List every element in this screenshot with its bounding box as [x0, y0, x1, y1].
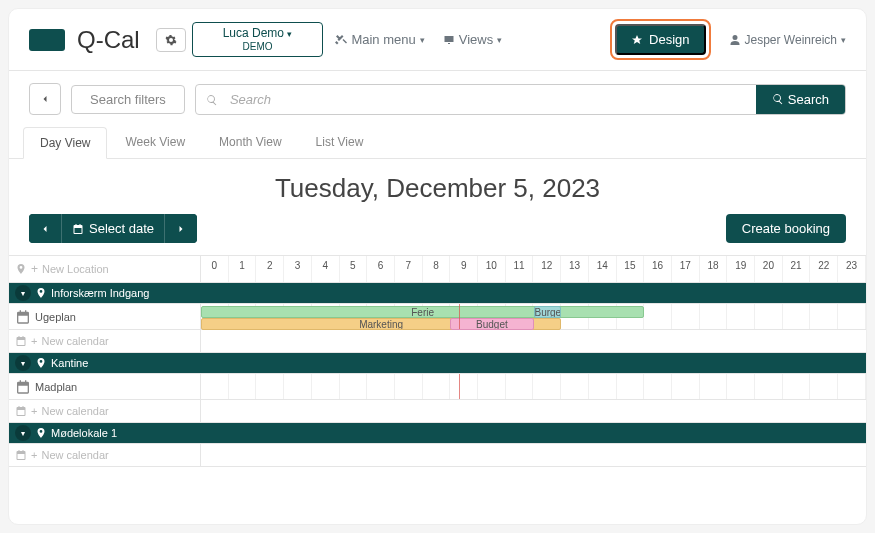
hour-cell: 3	[284, 256, 312, 282]
calendar-grid: + New Location 0123456789101112131415161…	[9, 255, 866, 467]
collapse-icon: ▾	[15, 355, 31, 371]
logo-text: Q-Cal	[77, 26, 140, 54]
hour-cell: 18	[700, 256, 728, 282]
collapse-icon: ▾	[15, 285, 31, 301]
search-bar: Search filters Search	[9, 71, 866, 127]
design-button[interactable]: Design	[615, 24, 705, 55]
hour-cell: 4	[312, 256, 340, 282]
design-icon	[631, 34, 643, 46]
calendar-track[interactable]: FerieMarketingBurgerBudget	[201, 304, 866, 329]
select-date-button[interactable]: Select date	[62, 214, 165, 243]
hour-cell: 19	[727, 256, 755, 282]
search-icon	[772, 93, 784, 105]
chevron-right-icon	[175, 223, 187, 235]
create-booking-button[interactable]: Create booking	[726, 214, 846, 243]
new-calendar-row[interactable]: + New calendar	[9, 400, 866, 423]
tab-week[interactable]: Week View	[109, 127, 201, 158]
caret-down-icon: ▾	[497, 35, 502, 45]
monitor-icon	[443, 34, 455, 46]
tab-day[interactable]: Day View	[23, 127, 107, 159]
pin-icon	[35, 287, 47, 299]
calendar-track[interactable]	[201, 374, 866, 399]
location-group-header[interactable]: ▾ Inforskærm Indgang	[9, 283, 866, 304]
group-name: Inforskærm Indgang	[51, 287, 149, 299]
calendar-icon	[15, 335, 27, 347]
main-menu-dropdown[interactable]: Main menu ▾	[329, 28, 430, 51]
hour-cell: 15	[617, 256, 645, 282]
gear-icon	[165, 34, 177, 46]
calendar-event[interactable]: Budget	[450, 318, 533, 330]
settings-button[interactable]	[156, 28, 186, 52]
calendar-event[interactable]: Ferie	[201, 306, 644, 318]
user-icon	[729, 34, 741, 46]
search-wrap: Search	[195, 84, 846, 115]
caret-down-icon: ▾	[841, 35, 846, 45]
views-dropdown[interactable]: Views ▾	[437, 28, 508, 51]
calendar-icon	[15, 405, 27, 417]
hour-cell: 16	[644, 256, 672, 282]
group-name: Kantine	[51, 357, 88, 369]
calendar-event[interactable]: Burger	[534, 306, 562, 318]
search-filters-button[interactable]: Search filters	[71, 85, 185, 114]
prev-day-button[interactable]	[29, 214, 62, 243]
hour-cell: 13	[561, 256, 589, 282]
caret-down-icon: ▾	[287, 29, 292, 39]
org-selector[interactable]: Luca Demo ▾ DEMO	[192, 22, 324, 56]
chevron-left-icon	[39, 223, 51, 235]
new-calendar-row[interactable]: + New calendar	[9, 330, 866, 353]
logo-mark	[29, 29, 65, 51]
chevron-left-icon	[39, 93, 51, 105]
tab-month[interactable]: Month View	[203, 127, 297, 158]
org-name: Luca Demo	[223, 26, 284, 40]
hour-cell: 12	[533, 256, 561, 282]
tools-icon	[335, 34, 347, 46]
group-name: Mødelokale 1	[51, 427, 117, 439]
hour-cell: 14	[589, 256, 617, 282]
search-icon	[196, 92, 220, 106]
calendar-icon	[15, 309, 31, 325]
hour-cell: 6	[367, 256, 395, 282]
pin-icon	[15, 263, 27, 275]
hour-cell: 7	[395, 256, 423, 282]
date-segment: Select date	[29, 214, 197, 243]
hour-cell: 17	[672, 256, 700, 282]
hour-cell: 0	[201, 256, 229, 282]
calendar-icon	[15, 379, 31, 395]
calendar-row: Madplan	[9, 374, 866, 400]
calendar-label[interactable]: Ugeplan	[9, 304, 201, 329]
search-button[interactable]: Search	[756, 85, 845, 114]
calendar-row: UgeplanFerieMarketingBurgerBudget	[9, 304, 866, 330]
view-tabs: Day View Week View Month View List View	[9, 127, 866, 159]
search-input[interactable]	[220, 85, 756, 114]
user-menu[interactable]: Jesper Weinreich ▾	[729, 33, 846, 47]
location-group-header[interactable]: ▾ Mødelokale 1	[9, 423, 866, 444]
hour-cell: 2	[256, 256, 284, 282]
org-sub: DEMO	[223, 41, 293, 52]
new-calendar-row[interactable]: + New calendar	[9, 444, 866, 467]
grid-header-row: + New Location 0123456789101112131415161…	[9, 256, 866, 283]
hour-cell: 11	[506, 256, 534, 282]
hour-cell: 8	[423, 256, 451, 282]
hour-cell: 9	[450, 256, 478, 282]
actions-row: Select date Create booking	[9, 214, 866, 255]
hour-cell: 23	[838, 256, 866, 282]
top-bar: Q-Cal Luca Demo ▾ DEMO Main menu ▾ Views…	[9, 9, 866, 71]
hour-cell: 22	[810, 256, 838, 282]
calendar-icon	[15, 449, 27, 461]
design-highlight: Design	[610, 19, 710, 60]
date-header: Tuesday, December 5, 2023	[9, 159, 866, 214]
hour-cell: 1	[229, 256, 257, 282]
tab-list[interactable]: List View	[300, 127, 380, 158]
back-button[interactable]	[29, 83, 61, 115]
location-group-header[interactable]: ▾ Kantine	[9, 353, 866, 374]
caret-down-icon: ▾	[420, 35, 425, 45]
hour-cell: 5	[340, 256, 368, 282]
next-day-button[interactable]	[165, 214, 197, 243]
hour-cell: 21	[783, 256, 811, 282]
new-location-button[interactable]: + New Location	[9, 256, 201, 282]
pin-icon	[35, 357, 47, 369]
calendar-label[interactable]: Madplan	[9, 374, 201, 399]
pin-icon	[35, 427, 47, 439]
current-time-marker	[459, 304, 460, 329]
hour-cell: 20	[755, 256, 783, 282]
